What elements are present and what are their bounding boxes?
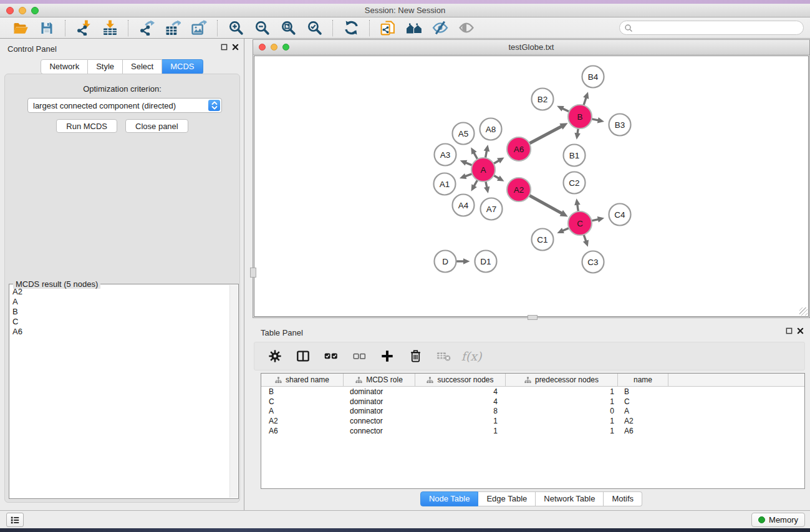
import-network-button[interactable] bbox=[74, 19, 94, 37]
graph-node-A6[interactable]: A6 bbox=[507, 137, 531, 161]
result-list-item[interactable]: A2 bbox=[10, 287, 229, 297]
graph-node-B1[interactable]: B1 bbox=[564, 145, 586, 167]
graph-node-A5[interactable]: A5 bbox=[453, 123, 475, 145]
graph-node-C[interactable]: C bbox=[568, 211, 592, 235]
optimization-select[interactable]: largest connected component (directed) bbox=[27, 98, 222, 113]
column-header-predecessor-nodes[interactable]: predecessor nodes bbox=[506, 374, 618, 386]
graph-node-B4[interactable]: B4 bbox=[582, 66, 604, 88]
table-cell[interactable]: 0 bbox=[506, 407, 618, 415]
network-close-traffic-light[interactable] bbox=[259, 44, 266, 51]
result-list-item[interactable]: B bbox=[10, 307, 229, 317]
graph-node-D1[interactable]: D1 bbox=[475, 251, 497, 273]
fx-button[interactable]: f(x) bbox=[463, 348, 480, 364]
table-cell[interactable]: C bbox=[261, 397, 344, 406]
table-cell[interactable]: C bbox=[618, 397, 668, 406]
graph-edge-A2-C[interactable] bbox=[528, 195, 568, 217]
delete-row-button[interactable] bbox=[407, 348, 423, 364]
open-session-button[interactable] bbox=[11, 19, 31, 37]
graph-node-C4[interactable]: C4 bbox=[609, 204, 631, 226]
table-cell[interactable]: A bbox=[618, 407, 668, 415]
search-input[interactable] bbox=[633, 22, 803, 34]
table-cell[interactable]: dominator bbox=[344, 397, 415, 406]
graph-node-D[interactable]: D bbox=[435, 251, 456, 273]
close-traffic-light[interactable] bbox=[6, 7, 14, 14]
tab-edge-table[interactable]: Edge Table bbox=[478, 491, 536, 506]
table-cell[interactable]: 4 bbox=[415, 387, 506, 396]
graph-node-A7[interactable]: A7 bbox=[481, 198, 503, 220]
zoom-in-button[interactable] bbox=[226, 19, 246, 37]
table-cell[interactable]: connector bbox=[344, 417, 415, 425]
zoom-traffic-light[interactable] bbox=[31, 7, 39, 14]
column-header-MCDS-role[interactable]: MCDS role bbox=[344, 374, 415, 386]
search-box[interactable] bbox=[619, 21, 804, 35]
run-mcds-button[interactable]: Run MCDS bbox=[56, 119, 117, 133]
close-panel-icon[interactable] bbox=[232, 44, 239, 51]
import-table-button[interactable] bbox=[100, 19, 120, 37]
table-cell[interactable]: B bbox=[618, 387, 668, 396]
table-cell[interactable]: dominator bbox=[344, 387, 415, 396]
resize-grip[interactable] bbox=[799, 307, 808, 316]
table-cell[interactable]: 1 bbox=[506, 427, 618, 435]
result-list-item[interactable]: C bbox=[10, 317, 229, 327]
network-canvas[interactable]: B4B2BB3A8A5A6A3B1AC2A1A2A4A7C4CC1DD1C3 bbox=[254, 56, 809, 317]
zoom-selected-button[interactable] bbox=[304, 19, 324, 37]
table-row[interactable]: A6connector11A6 bbox=[261, 426, 804, 436]
graph-node-A[interactable]: A bbox=[471, 158, 495, 181]
table-cell[interactable]: 1 bbox=[415, 417, 506, 425]
column-header-successor-nodes[interactable]: successor nodes bbox=[415, 374, 506, 386]
close-panel-button[interactable]: Close panel bbox=[125, 119, 188, 133]
network-minimize-traffic-light[interactable] bbox=[271, 44, 277, 51]
graph-node-C2[interactable]: C2 bbox=[564, 172, 586, 194]
column-settings-button[interactable] bbox=[267, 348, 283, 364]
select-all-button[interactable] bbox=[323, 348, 339, 364]
float-panel-icon[interactable] bbox=[221, 44, 228, 51]
graph-node-A1[interactable]: A1 bbox=[434, 173, 456, 195]
table-cell[interactable]: 1 bbox=[506, 387, 618, 396]
tab-network[interactable]: Network bbox=[41, 59, 88, 74]
table-cell[interactable]: A2 bbox=[618, 417, 668, 425]
result-scrollbar[interactable] bbox=[229, 285, 238, 498]
graph-node-B3[interactable]: B3 bbox=[609, 114, 631, 136]
zoom-out-button[interactable] bbox=[252, 19, 272, 37]
graph-node-A2[interactable]: A2 bbox=[507, 178, 531, 201]
graph-edge-A6-B[interactable] bbox=[528, 123, 568, 144]
bottom-scroll-handle[interactable] bbox=[528, 315, 538, 320]
tab-network-table[interactable]: Network Table bbox=[536, 491, 604, 506]
add-row-button[interactable] bbox=[379, 348, 395, 364]
memory-button[interactable]: Memory bbox=[751, 513, 805, 527]
graph-node-C1[interactable]: C1 bbox=[532, 229, 554, 251]
left-scroll-handle[interactable] bbox=[250, 268, 256, 278]
export-network-button[interactable] bbox=[137, 19, 157, 37]
graph-node-C3[interactable]: C3 bbox=[582, 251, 604, 273]
refresh-button[interactable] bbox=[341, 19, 361, 37]
table-cell[interactable]: 1 bbox=[415, 427, 506, 435]
table-cell[interactable]: 1 bbox=[506, 397, 618, 406]
zoom-fit-button[interactable] bbox=[278, 19, 298, 37]
float-table-panel-icon[interactable] bbox=[786, 327, 793, 334]
column-header-shared-name[interactable]: shared name bbox=[261, 374, 344, 386]
tab-mcds[interactable]: MCDS bbox=[162, 59, 203, 74]
table-cell[interactable]: A6 bbox=[618, 427, 668, 435]
delete-table-button[interactable] bbox=[435, 348, 451, 364]
table-row[interactable]: A2connector11A2 bbox=[261, 416, 804, 426]
table-cell[interactable]: A6 bbox=[261, 427, 344, 435]
task-history-button[interactable] bbox=[6, 513, 24, 527]
tab-motifs[interactable]: Motifs bbox=[604, 491, 642, 506]
graph-node-B2[interactable]: B2 bbox=[532, 89, 554, 110]
graph-node-A3[interactable]: A3 bbox=[435, 144, 456, 166]
save-session-button[interactable] bbox=[37, 19, 57, 37]
table-row[interactable]: Cdominator41C bbox=[261, 397, 804, 407]
table-cell[interactable]: 4 bbox=[415, 397, 506, 406]
table-cell[interactable]: 8 bbox=[415, 407, 506, 415]
home-button[interactable] bbox=[404, 19, 424, 37]
column-header-name[interactable]: name bbox=[618, 374, 668, 386]
table-cell[interactable]: B bbox=[261, 387, 344, 396]
table-row[interactable]: Adominator80A bbox=[261, 406, 804, 416]
table-cell[interactable]: 1 bbox=[506, 417, 618, 425]
tab-node-table[interactable]: Node Table bbox=[420, 491, 479, 506]
tab-select[interactable]: Select bbox=[123, 59, 162, 74]
hide-panel-button[interactable] bbox=[430, 19, 450, 37]
result-list-item[interactable]: A6 bbox=[10, 327, 229, 337]
table-cell[interactable]: connector bbox=[344, 427, 415, 435]
table-cell[interactable]: A2 bbox=[261, 417, 344, 425]
